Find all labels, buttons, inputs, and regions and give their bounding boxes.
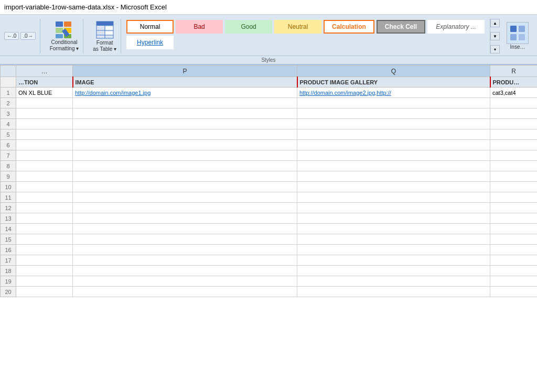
svg-rect-16: [510, 26, 517, 32]
header-cell-image[interactable]: IMAGE: [73, 77, 297, 88]
cell-p1[interactable]: http://domain.com/image1.jpg: [73, 88, 297, 98]
style-neutral-cell[interactable]: Neutral: [274, 20, 321, 34]
svg-rect-10: [96, 31, 104, 35]
scroll-down-button[interactable]: ▼: [490, 32, 500, 40]
svg-rect-17: [519, 26, 525, 32]
header-cell-gallery[interactable]: PRODUCT IMAGE GALLERY: [297, 77, 490, 88]
svg-rect-4: [56, 34, 63, 38]
styles-section: Normal Bad Good Neutral Calculation Chec…: [126, 19, 485, 53]
svg-rect-11: [105, 31, 113, 35]
increase-decimal-button[interactable]: .0→: [20, 32, 35, 40]
table-row: 7: [1, 150, 538, 161]
styles-scroll: ▲ ▼ ▾: [490, 19, 499, 53]
table-row: 19: [1, 276, 538, 287]
table-header-row: …TION IMAGE PRODUCT IMAGE GALLERY PRODU…: [1, 77, 538, 88]
title-bar: import-variable-1row-same-data.xlsx - Mi…: [0, 0, 537, 15]
table-row: 1 ON XL BLUE http://domain.com/image1.jp…: [1, 88, 538, 98]
table-row: 3: [1, 108, 538, 119]
table-row: 5: [1, 129, 538, 140]
column-header-row: … P Q R: [1, 66, 538, 77]
conditional-formatting-icon: [55, 20, 73, 39]
sheet-table: … P Q R …TION IMAGE PRODUCT IMAGE GALLER…: [0, 65, 537, 297]
number-format-group: ←.0 .0→: [4, 19, 40, 53]
style-bad-cell[interactable]: Bad: [176, 20, 223, 34]
insert-icon: [507, 22, 529, 44]
format-as-table-group[interactable]: Formatas Table ▾: [89, 19, 121, 53]
svg-rect-7: [96, 21, 113, 26]
format-as-table-label: Formatas Table ▾: [93, 40, 116, 52]
insert-area: Inse…: [502, 19, 533, 53]
table-row: 20: [1, 287, 538, 297]
table-row: 18: [1, 266, 538, 276]
style-explanatory-cell[interactable]: Explanatory ...: [427, 20, 485, 34]
scroll-expand-button[interactable]: ▾: [490, 45, 500, 53]
decrease-decimal-button[interactable]: ←.0: [4, 32, 19, 40]
table-row: 6: [1, 140, 538, 150]
svg-rect-19: [519, 34, 525, 40]
table-row: 16: [1, 245, 538, 255]
scroll-up-button[interactable]: ▲: [490, 19, 500, 27]
header-cell-tion[interactable]: …TION: [16, 77, 73, 88]
table-row: 17: [1, 255, 538, 266]
style-calculation-cell[interactable]: Calculation: [324, 20, 374, 34]
style-hyperlink-cell[interactable]: Hyperlink: [126, 36, 174, 49]
insert-label: Inse…: [510, 44, 525, 50]
svg-rect-0: [56, 21, 63, 27]
table-row: 8: [1, 161, 538, 171]
style-normal-cell[interactable]: Normal: [126, 20, 174, 34]
cell-q1[interactable]: http://domain.com/image2.jpg,http://: [297, 88, 490, 98]
table-row: 4: [1, 119, 538, 129]
format-as-table-icon: [95, 20, 115, 40]
table-row: 10: [1, 182, 538, 192]
table-row: 15: [1, 234, 538, 245]
svg-rect-18: [510, 34, 517, 40]
table-row: 2: [1, 98, 538, 108]
table-row: 13: [1, 213, 538, 224]
col-header-r[interactable]: R: [490, 66, 538, 77]
ribbon-content: ←.0 .0→ ConditionalForm: [0, 17, 537, 56]
row-num-header: [1, 66, 16, 77]
conditional-formatting-label: ConditionalFormatting ▾: [50, 39, 79, 52]
header-cell-produ[interactable]: PRODU…: [490, 77, 538, 88]
styles-grid: Normal Bad Good Neutral Calculation Chec…: [126, 19, 485, 50]
table-row: 9: [1, 171, 538, 182]
svg-rect-8: [96, 27, 104, 30]
window-title: import-variable-1row-same-data.xlsx - Mi…: [4, 3, 167, 11]
row-num-1: 1: [1, 88, 16, 98]
table-row: 11: [1, 192, 538, 203]
style-good-cell[interactable]: Good: [225, 20, 272, 34]
cell-o1[interactable]: ON XL BLUE: [16, 88, 73, 98]
conditional-formatting-group[interactable]: ConditionalFormatting ▾: [46, 19, 84, 53]
svg-rect-1: [64, 21, 71, 27]
style-check-cell[interactable]: Check Cell: [377, 20, 425, 34]
styles-label: Styles: [0, 56, 537, 64]
ribbon: ←.0 .0→ ConditionalForm: [0, 15, 537, 65]
col-header-p[interactable]: P: [73, 66, 297, 77]
col-header-o[interactable]: …: [16, 66, 73, 77]
svg-rect-9: [105, 27, 113, 30]
table-row: 12: [1, 203, 538, 213]
sheet-body: …TION IMAGE PRODUCT IMAGE GALLERY PRODU……: [1, 77, 538, 297]
cell-r1[interactable]: cat3,cat4: [490, 88, 538, 98]
table-row: 14: [1, 224, 538, 234]
row-num-header: [1, 77, 16, 88]
num-format-row: ←.0 .0→: [4, 32, 36, 40]
spreadsheet: … P Q R …TION IMAGE PRODUCT IMAGE GALLER…: [0, 65, 537, 297]
col-header-q[interactable]: Q: [297, 66, 490, 77]
